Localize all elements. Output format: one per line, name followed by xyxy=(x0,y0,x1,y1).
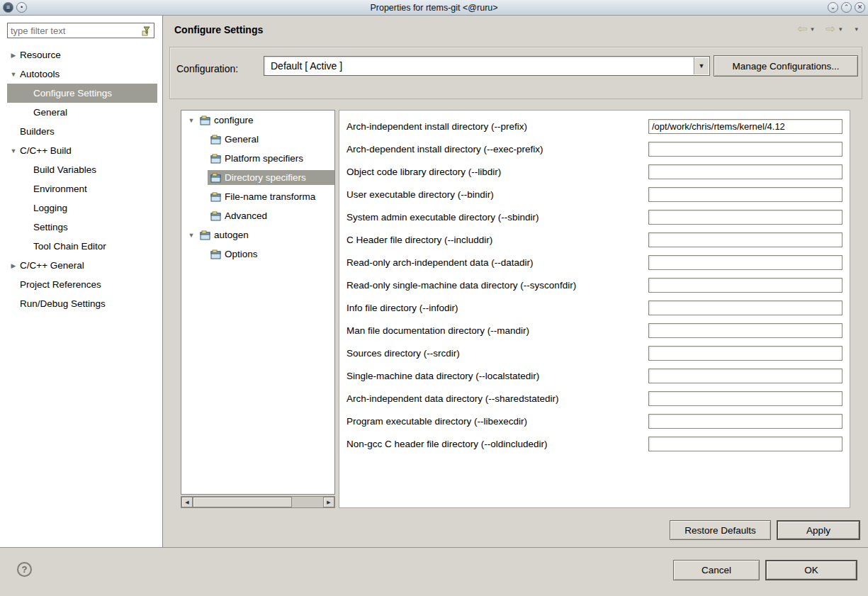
tree-item-label: General xyxy=(225,134,259,145)
pin-icon[interactable]: • xyxy=(16,2,27,13)
combo-arrow-icon[interactable]: ▼ xyxy=(694,57,709,74)
category-icon xyxy=(200,116,210,125)
sbindir-input[interactable] xyxy=(648,210,842,225)
sidebar-item-cpp-general[interactable]: ▶ C/C++ General xyxy=(7,256,157,275)
ok-button[interactable]: OK xyxy=(765,560,857,580)
apply-button[interactable]: Apply xyxy=(777,520,860,540)
sidebar-item-label: Environment xyxy=(33,184,87,194)
filter-input[interactable] xyxy=(8,24,141,37)
libdir-input[interactable] xyxy=(648,164,842,179)
filter-icon[interactable] xyxy=(141,25,152,36)
form-row: Arch-independent data directory (--share… xyxy=(346,387,842,410)
libexecdir-input[interactable] xyxy=(648,414,842,429)
category-icon xyxy=(210,249,221,259)
field-label: Man file documentation directory (--mand… xyxy=(346,325,648,336)
localstatedir-input[interactable] xyxy=(648,369,842,383)
chevron-down-icon[interactable]: ▼ xyxy=(7,71,20,78)
mandir-input[interactable] xyxy=(648,323,842,338)
oldincludedir-input[interactable] xyxy=(648,437,842,451)
window-menu-icon[interactable]: ≡ xyxy=(3,2,13,13)
sidebar-item-logging[interactable]: Logging xyxy=(7,198,157,218)
sidebar-item-label: C/C++ Build xyxy=(20,145,72,156)
bindir-input[interactable] xyxy=(648,187,842,202)
titlebar[interactable]: Properties for rtems-git <@ruru> ≡ • ⌄ ⌃… xyxy=(0,0,868,16)
tree-item-label: Platform specifiers xyxy=(225,153,303,164)
sidebar-item-environment[interactable]: Environment xyxy=(7,179,157,198)
category-icon xyxy=(210,135,221,145)
sidebar-item-general[interactable]: General xyxy=(7,103,157,122)
cancel-button[interactable]: Cancel xyxy=(673,560,760,580)
help-icon[interactable]: ? xyxy=(17,562,32,577)
forward-dropdown-icon[interactable]: ▾ xyxy=(838,26,844,33)
chevron-down-icon[interactable]: ▼ xyxy=(186,232,197,239)
tree-item-general[interactable]: General xyxy=(181,130,334,149)
scrollbar-track[interactable] xyxy=(292,497,323,507)
field-label: Single-machine data directory (--localst… xyxy=(346,371,648,381)
sidebar-item-resource[interactable]: ▶ Resource xyxy=(7,45,157,64)
sysconfdir-input[interactable] xyxy=(648,278,842,293)
field-label: Read-only arch-independent data (--datad… xyxy=(346,257,648,268)
sidebar-item-run-debug-settings[interactable]: Run/Debug Settings xyxy=(7,294,157,313)
tree-item-options[interactable]: Options xyxy=(181,244,334,264)
configuration-combo[interactable]: Default [ Active ] ▼ xyxy=(264,56,710,76)
scroll-left-icon[interactable]: ◀ xyxy=(181,497,193,507)
manage-configurations-button[interactable]: Manage Configurations... xyxy=(714,55,858,77)
forward-icon[interactable]: ⇨ xyxy=(825,22,835,36)
sidebar-item-build-variables[interactable]: Build Variables xyxy=(7,160,157,179)
tree-item-directory-specifiers[interactable]: Directory specifiers xyxy=(181,168,334,187)
field-label: Arch-independent data directory (--share… xyxy=(346,393,648,404)
sharedstatedir-input[interactable] xyxy=(648,391,842,406)
view-menu-icon[interactable]: ▾ xyxy=(853,26,859,33)
tree-item-label: configure xyxy=(214,115,254,125)
chevron-right-icon[interactable]: ▶ xyxy=(7,52,20,59)
main-panel: Configure Settings ⇦ ▾ ⇨ ▾ ▾ Configurati… xyxy=(164,16,868,547)
tree-item-autogen[interactable]: ▼ autogen xyxy=(181,225,334,244)
sidebar-item-project-references[interactable]: Project References xyxy=(7,275,157,294)
horizontal-scrollbar[interactable]: ◀ ▶ xyxy=(181,496,335,508)
tree-item-advanced[interactable]: Advanced xyxy=(181,206,334,225)
exec-prefix-input[interactable] xyxy=(648,142,842,157)
scroll-right-icon[interactable]: ▶ xyxy=(323,497,334,507)
back-dropdown-icon[interactable]: ▾ xyxy=(809,26,816,33)
sidebar-item-cpp-build[interactable]: ▼ C/C++ Build xyxy=(7,141,157,160)
sidebar-item-label: Autotools xyxy=(20,69,60,79)
back-icon[interactable]: ⇦ xyxy=(797,22,807,36)
form-row: Arch-dependent install directory (--exec… xyxy=(346,137,842,160)
sidebar-item-settings[interactable]: Settings xyxy=(7,218,157,237)
sidebar-item-configure-settings[interactable]: Configure Settings xyxy=(7,84,157,103)
infodir-input[interactable] xyxy=(648,300,842,315)
form-row: Program executable directory (--libexecd… xyxy=(346,410,842,432)
close-icon[interactable]: ✕ xyxy=(855,2,865,13)
sidebar-item-builders[interactable]: Builders xyxy=(7,122,157,141)
includdir-input[interactable] xyxy=(648,232,842,247)
form-row: Read-only single-machine data directory … xyxy=(346,274,842,296)
dialog-button-bar: ? Cancel OK xyxy=(0,547,868,596)
field-label: Sources directory (--srcdir) xyxy=(346,348,648,359)
srcdir-input[interactable] xyxy=(648,346,842,361)
scrollbar-thumb[interactable] xyxy=(193,497,292,507)
sidebar-item-autotools[interactable]: ▼ Autotools xyxy=(7,64,157,84)
minimize-icon[interactable]: ⌄ xyxy=(828,2,838,13)
configuration-label: Configuration: xyxy=(176,63,238,74)
configuration-group: Configuration: Default [ Active ] ▼ Mana… xyxy=(169,47,862,99)
category-icon xyxy=(210,211,221,221)
options-tree-panel: ▼ configure General Platform specifiers xyxy=(181,110,335,495)
filter-box[interactable] xyxy=(7,23,154,38)
sidebar: ▶ Resource ▼ Autotools Configure Setting… xyxy=(0,16,163,547)
tree-item-configure[interactable]: ▼ configure xyxy=(181,111,334,130)
chevron-down-icon[interactable]: ▼ xyxy=(7,147,20,154)
maximize-icon[interactable]: ⌃ xyxy=(841,2,852,13)
chevron-right-icon[interactable]: ▶ xyxy=(7,262,20,269)
sidebar-item-tool-chain-editor[interactable]: Tool Chain Editor xyxy=(7,237,157,256)
tree-item-label: Directory specifiers xyxy=(225,172,306,183)
tree-item-file-name-transformations[interactable]: File-name transforma xyxy=(181,187,334,206)
form-row: Read-only arch-independent data (--datad… xyxy=(346,251,842,274)
chevron-down-icon[interactable]: ▼ xyxy=(186,117,197,124)
category-icon xyxy=(210,154,221,164)
sidebar-item-label: General xyxy=(33,107,67,118)
tree-item-platform-specifiers[interactable]: Platform specifiers xyxy=(181,149,334,168)
properties-dialog: Properties for rtems-git <@ruru> ≡ • ⌄ ⌃… xyxy=(0,0,868,596)
datadir-input[interactable] xyxy=(648,255,842,270)
restore-defaults-button[interactable]: Restore Defaults xyxy=(670,520,771,540)
prefix-input[interactable] xyxy=(648,119,842,134)
